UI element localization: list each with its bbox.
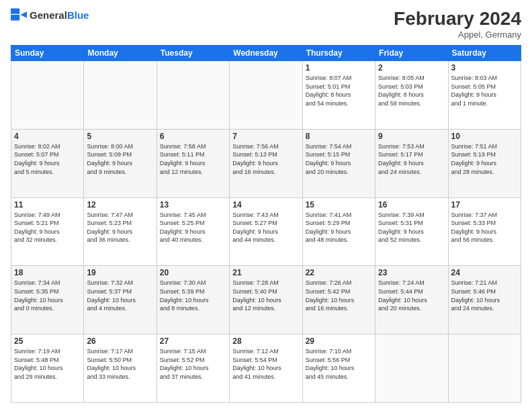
calendar-cell-w3-d4: 15Sunrise: 7:41 AM Sunset: 5:29 PM Dayli… — [302, 197, 375, 266]
header-sunday: Sunday — [11, 46, 84, 61]
calendar-week-4: 18Sunrise: 7:34 AM Sunset: 5:35 PM Dayli… — [11, 266, 521, 334]
day-number: 11 — [14, 200, 81, 210]
calendar-cell-w1-d6: 3Sunrise: 8:03 AM Sunset: 5:05 PM Daylig… — [448, 61, 521, 130]
calendar-cell-w2-d1: 5Sunrise: 8:00 AM Sunset: 5:09 PM Daylig… — [84, 129, 157, 197]
logo-text: GeneralBlue — [30, 9, 89, 21]
calendar-cell-w2-d0: 4Sunrise: 8:02 AM Sunset: 5:07 PM Daylig… — [11, 129, 84, 197]
calendar-cell-w1-d1 — [84, 61, 157, 130]
day-number: 10 — [451, 132, 518, 141]
day-info: Sunrise: 7:26 AM Sunset: 5:42 PM Dayligh… — [306, 279, 372, 312]
day-info: Sunrise: 7:24 AM Sunset: 5:44 PM Dayligh… — [378, 279, 445, 312]
calendar-cell-w1-d0 — [11, 61, 84, 130]
calendar-cell-w3-d5: 16Sunrise: 7:39 AM Sunset: 5:31 PM Dayli… — [375, 197, 448, 266]
day-number: 2 — [378, 63, 445, 73]
page: GeneralBlue February 2024 Appel, Germany… — [0, 0, 532, 411]
day-info: Sunrise: 7:19 AM Sunset: 5:48 PM Dayligh… — [14, 347, 81, 381]
day-number: 20 — [160, 268, 226, 277]
calendar-header-row: Sunday Monday Tuesday Wednesday Thursday… — [11, 46, 521, 61]
day-number: 6 — [160, 132, 226, 141]
day-info: Sunrise: 7:43 AM Sunset: 5:27 PM Dayligh… — [232, 211, 299, 244]
day-info: Sunrise: 7:21 AM Sunset: 5:46 PM Dayligh… — [451, 279, 518, 312]
day-info: Sunrise: 7:45 AM Sunset: 5:25 PM Dayligh… — [160, 211, 226, 244]
day-info: Sunrise: 8:02 AM Sunset: 5:07 PM Dayligh… — [14, 142, 81, 176]
calendar-cell-w2-d5: 9Sunrise: 7:53 AM Sunset: 5:17 PM Daylig… — [375, 129, 448, 197]
day-number: 13 — [160, 200, 226, 210]
day-number: 25 — [14, 336, 81, 346]
day-info: Sunrise: 8:03 AM Sunset: 5:05 PM Dayligh… — [451, 74, 518, 107]
calendar-cell-w2-d4: 8Sunrise: 7:54 AM Sunset: 5:15 PM Daylig… — [302, 129, 375, 197]
day-info: Sunrise: 7:34 AM Sunset: 5:35 PM Dayligh… — [14, 279, 81, 312]
day-info: Sunrise: 7:49 AM Sunset: 5:21 PM Dayligh… — [14, 211, 81, 244]
day-info: Sunrise: 7:51 AM Sunset: 5:19 PM Dayligh… — [451, 142, 518, 176]
calendar-cell-w3-d2: 13Sunrise: 7:45 AM Sunset: 5:25 PM Dayli… — [157, 197, 229, 266]
day-number: 4 — [14, 132, 81, 141]
day-number: 28 — [232, 336, 299, 346]
day-number: 24 — [451, 268, 518, 277]
calendar-cell-w4-d0: 18Sunrise: 7:34 AM Sunset: 5:35 PM Dayli… — [11, 266, 84, 334]
calendar-cell-w1-d5: 2Sunrise: 8:05 AM Sunset: 5:03 PM Daylig… — [375, 61, 448, 130]
svg-rect-0 — [11, 8, 19, 13]
logo: GeneralBlue — [11, 8, 89, 21]
day-number: 23 — [378, 268, 445, 277]
day-info: Sunrise: 7:30 AM Sunset: 5:39 PM Dayligh… — [160, 279, 226, 312]
calendar-cell-w5-d5 — [375, 334, 448, 403]
day-info: Sunrise: 7:37 AM Sunset: 5:33 PM Dayligh… — [451, 211, 518, 244]
calendar-cell-w1-d2 — [157, 61, 229, 130]
day-info: Sunrise: 7:12 AM Sunset: 5:54 PM Dayligh… — [232, 347, 299, 381]
calendar-week-3: 11Sunrise: 7:49 AM Sunset: 5:21 PM Dayli… — [11, 197, 521, 266]
calendar-cell-w4-d6: 24Sunrise: 7:21 AM Sunset: 5:46 PM Dayli… — [448, 266, 521, 334]
day-number: 17 — [451, 200, 518, 210]
calendar-cell-w4-d1: 19Sunrise: 7:32 AM Sunset: 5:37 PM Dayli… — [84, 266, 157, 334]
title-area: February 2024 Appel, Germany — [394, 8, 521, 40]
calendar-cell-w5-d2: 27Sunrise: 7:15 AM Sunset: 5:52 PM Dayli… — [157, 334, 229, 403]
calendar-cell-w3-d3: 14Sunrise: 7:43 AM Sunset: 5:27 PM Dayli… — [230, 197, 302, 266]
header: GeneralBlue February 2024 Appel, Germany — [11, 8, 521, 40]
svg-rect-1 — [11, 15, 19, 20]
day-number: 3 — [451, 63, 518, 73]
calendar-cell-w5-d6 — [448, 334, 521, 403]
day-number: 12 — [87, 200, 153, 210]
calendar-cell-w3-d1: 12Sunrise: 7:47 AM Sunset: 5:23 PM Dayli… — [84, 197, 157, 266]
day-info: Sunrise: 7:17 AM Sunset: 5:50 PM Dayligh… — [87, 347, 153, 381]
calendar-cell-w4-d5: 23Sunrise: 7:24 AM Sunset: 5:44 PM Dayli… — [375, 266, 448, 334]
calendar-cell-w3-d6: 17Sunrise: 7:37 AM Sunset: 5:33 PM Dayli… — [448, 197, 521, 266]
day-info: Sunrise: 7:10 AM Sunset: 5:56 PM Dayligh… — [306, 347, 372, 381]
calendar-cell-w1-d4: 1Sunrise: 8:07 AM Sunset: 5:01 PM Daylig… — [302, 61, 375, 130]
day-number: 22 — [306, 268, 372, 277]
calendar-cell-w4-d3: 21Sunrise: 7:28 AM Sunset: 5:40 PM Dayli… — [230, 266, 302, 334]
calendar-cell-w2-d2: 6Sunrise: 7:58 AM Sunset: 5:11 PM Daylig… — [157, 129, 229, 197]
day-number: 16 — [378, 200, 445, 210]
day-info: Sunrise: 8:07 AM Sunset: 5:01 PM Dayligh… — [306, 74, 372, 107]
header-monday: Monday — [84, 46, 157, 61]
day-info: Sunrise: 7:32 AM Sunset: 5:37 PM Dayligh… — [87, 279, 153, 312]
calendar-week-2: 4Sunrise: 8:02 AM Sunset: 5:07 PM Daylig… — [11, 129, 521, 197]
calendar-cell-w3-d0: 11Sunrise: 7:49 AM Sunset: 5:21 PM Dayli… — [11, 197, 84, 266]
day-number: 15 — [306, 200, 372, 210]
svg-marker-2 — [20, 11, 27, 18]
day-number: 7 — [232, 132, 299, 141]
day-info: Sunrise: 7:39 AM Sunset: 5:31 PM Dayligh… — [378, 211, 445, 244]
day-number: 14 — [232, 200, 299, 210]
calendar-week-1: 1Sunrise: 8:07 AM Sunset: 5:01 PM Daylig… — [11, 61, 521, 130]
logo-icon — [11, 8, 27, 21]
day-number: 1 — [306, 63, 372, 73]
calendar-cell-w4-d4: 22Sunrise: 7:26 AM Sunset: 5:42 PM Dayli… — [302, 266, 375, 334]
day-number: 9 — [378, 132, 445, 141]
day-info: Sunrise: 8:05 AM Sunset: 5:03 PM Dayligh… — [378, 74, 445, 107]
calendar-cell-w2-d6: 10Sunrise: 7:51 AM Sunset: 5:19 PM Dayli… — [448, 129, 521, 197]
day-info: Sunrise: 7:53 AM Sunset: 5:17 PM Dayligh… — [378, 142, 445, 176]
day-number: 5 — [87, 132, 153, 141]
calendar-cell-w5-d1: 26Sunrise: 7:17 AM Sunset: 5:50 PM Dayli… — [84, 334, 157, 403]
header-friday: Friday — [375, 46, 448, 61]
calendar-cell-w5-d3: 28Sunrise: 7:12 AM Sunset: 5:54 PM Dayli… — [230, 334, 302, 403]
day-info: Sunrise: 7:47 AM Sunset: 5:23 PM Dayligh… — [87, 211, 153, 244]
day-info: Sunrise: 7:28 AM Sunset: 5:40 PM Dayligh… — [232, 279, 299, 312]
day-number: 21 — [232, 268, 299, 277]
day-info: Sunrise: 7:41 AM Sunset: 5:29 PM Dayligh… — [306, 211, 372, 244]
day-number: 29 — [306, 336, 372, 346]
header-tuesday: Tuesday — [157, 46, 229, 61]
calendar-cell-w1-d3 — [230, 61, 302, 130]
calendar-cell-w4-d2: 20Sunrise: 7:30 AM Sunset: 5:39 PM Dayli… — [157, 266, 229, 334]
header-saturday: Saturday — [448, 46, 521, 61]
day-info: Sunrise: 7:56 AM Sunset: 5:13 PM Dayligh… — [232, 142, 299, 176]
